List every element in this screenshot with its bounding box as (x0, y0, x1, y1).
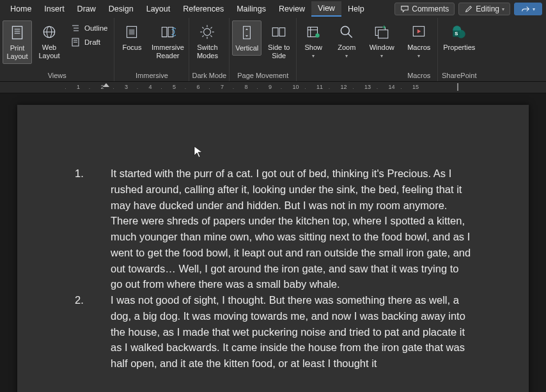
editing-label: Editing (476, 4, 499, 13)
svg-line-21 (211, 35, 212, 36)
menu-insert[interactable]: Insert (38, 2, 70, 16)
editing-button[interactable]: Editing ▾ (458, 3, 510, 15)
print-layout-icon (8, 24, 26, 42)
right-margin-marker[interactable] (457, 83, 458, 91)
menu-references[interactable]: References (176, 2, 230, 16)
print-layout-label: Print Layout (4, 44, 30, 61)
switch-modes-button[interactable]: Switch Modes (192, 20, 222, 63)
list-text[interactable]: I was not good of sight, I thought. But … (111, 292, 471, 372)
ribbon-show-empty (299, 70, 327, 81)
menu-view[interactable]: View (311, 1, 341, 17)
document-area[interactable]: 1. It started with the purr of a cat. I … (0, 93, 546, 392)
immersive-reader-button[interactable]: Immersive Reader (149, 20, 186, 63)
ruler-number: 4 (149, 84, 152, 90)
list-text[interactable]: It started with the purr of a cat. I got… (111, 166, 471, 292)
window-icon (373, 23, 391, 41)
chevron-down-icon: ▾ (345, 53, 348, 59)
ribbon-zoom-group: Zoom ▾ (330, 18, 363, 81)
web-layout-button[interactable]: Web Layout (35, 20, 64, 63)
properties-button[interactable]: S Properties (441, 20, 478, 54)
horizontal-ruler[interactable]: ·1·2·3·4·5·6·7·8·9·10·11·12·13·14·15 (0, 82, 546, 93)
document-page[interactable]: 1. It started with the purr of a cat. I … (17, 105, 529, 392)
list-item: 2. I was not good of sight, I thought. B… (75, 292, 471, 372)
show-button[interactable]: Show ▾ (299, 20, 327, 62)
svg-line-20 (203, 27, 204, 28)
macros-icon (410, 23, 428, 41)
menu-home[interactable]: Home (4, 2, 38, 16)
web-layout-label: Web Layout (36, 43, 63, 60)
macros-button[interactable]: Macros ▾ (403, 20, 435, 62)
comments-button[interactable]: Comments (394, 3, 455, 15)
ruler-number: 6 (197, 84, 200, 90)
show-label: Show (304, 43, 322, 52)
outline-icon (70, 23, 81, 33)
svg-point-15 (204, 29, 211, 36)
menu-mailings[interactable]: Mailings (230, 2, 272, 16)
chevron-down-icon: ▾ (533, 6, 535, 12)
svg-text:S: S (455, 31, 458, 36)
ruler-number: 7 (221, 84, 224, 90)
ruler-number: 1 (77, 84, 80, 90)
svg-rect-25 (272, 28, 278, 36)
draft-button[interactable]: Draft (68, 36, 110, 49)
ribbon-macros-label: Macros (403, 70, 435, 81)
menu-design[interactable]: Design (102, 2, 140, 16)
side-to-side-icon (270, 23, 288, 41)
chevron-down-icon: ▾ (380, 53, 383, 59)
draft-label: Draft (84, 38, 100, 46)
focus-icon (123, 23, 141, 41)
ribbon-sharepoint-label: SharePoint (441, 70, 478, 81)
ruler-number: 14 (389, 84, 395, 90)
macros-label: Macros (407, 43, 430, 52)
web-layout-icon (40, 23, 58, 41)
ribbon-immersive-group: Focus Immersive Reader Immersive (114, 18, 189, 81)
svg-rect-14 (129, 29, 135, 35)
ruler-number: 3 (125, 84, 128, 90)
vertical-button[interactable]: Vertical (232, 20, 261, 56)
focus-button[interactable]: Focus (117, 20, 146, 54)
focus-label: Focus (122, 43, 141, 52)
immersive-reader-icon (159, 23, 176, 41)
zoom-button[interactable]: Zoom ▾ (332, 20, 361, 62)
menu-review[interactable]: Review (272, 2, 311, 16)
print-layout-button[interactable]: Print Layout (3, 20, 32, 64)
immersive-reader-label: Immersive Reader (150, 43, 185, 60)
menu-layout[interactable]: Layout (140, 2, 177, 16)
ruler-number: 5 (173, 84, 176, 90)
ruler-number: 13 (364, 84, 371, 90)
ruler-number: 9 (269, 84, 272, 90)
ribbon: Print Layout Web Layout Outline (0, 18, 546, 82)
svg-rect-34 (378, 30, 388, 38)
ribbon-zoom-empty (332, 70, 361, 81)
outline-button[interactable]: Outline (68, 22, 110, 35)
ribbon-darkmode-label: Dark Mode (192, 70, 226, 81)
ruler-number: 10 (293, 84, 299, 90)
ribbon-sharepoint-group: S Properties SharePoint (438, 18, 480, 81)
menu-draw[interactable]: Draw (71, 2, 102, 16)
ruler-number: 2 (101, 84, 104, 90)
ribbon-immersive-label: Immersive (117, 70, 186, 81)
chevron-down-icon: ▾ (417, 53, 420, 59)
ribbon-views-group: Print Layout Web Layout Outline (0, 18, 114, 81)
ruler-number: 15 (412, 84, 419, 90)
svg-rect-0 (12, 26, 22, 39)
chevron-down-icon: ▾ (312, 53, 315, 59)
svg-point-30 (315, 33, 320, 37)
menu-help[interactable]: Help (341, 2, 371, 16)
switch-modes-label: Switch Modes (193, 43, 221, 60)
ribbon-pagemovement-group: Vertical Side to Side Page Movement (230, 18, 297, 81)
svg-line-32 (348, 33, 352, 37)
share-button[interactable]: ▾ (514, 3, 542, 15)
window-button[interactable]: Window ▾ (366, 20, 398, 62)
ribbon-pagemovement-label: Page Movement (232, 70, 293, 81)
vertical-icon (238, 24, 256, 42)
ribbon-window-empty (366, 70, 398, 81)
properties-label: Properties (443, 43, 475, 52)
switch-modes-icon (198, 23, 216, 41)
chevron-down-icon: ▾ (502, 6, 504, 12)
svg-line-23 (211, 27, 212, 28)
svg-rect-26 (279, 28, 285, 36)
side-to-side-button[interactable]: Side to Side (264, 20, 293, 63)
list-number: 2. (75, 292, 111, 372)
ribbon-macros-group: Macros ▾ Macros (400, 18, 438, 81)
